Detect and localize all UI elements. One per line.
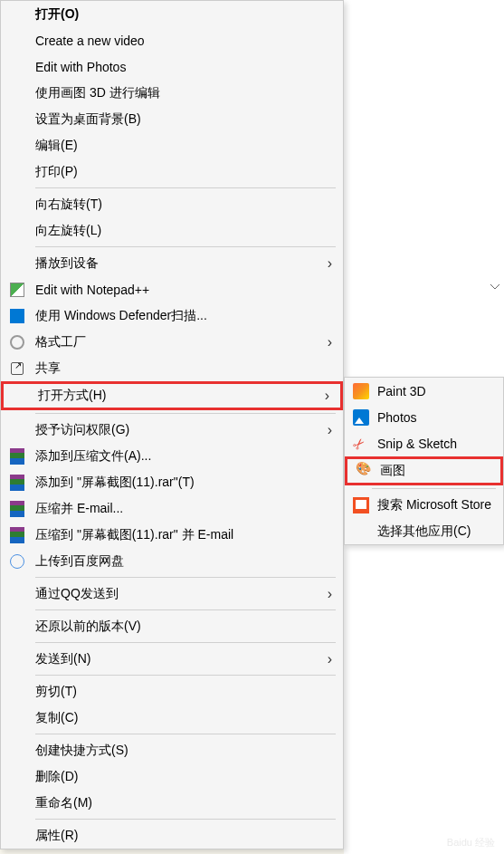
rar-icon (8, 526, 26, 544)
notepad-icon (8, 281, 26, 299)
gear-icon (8, 333, 26, 351)
menu-label: Edit with Notepad++ (35, 283, 332, 297)
rar-icon (8, 500, 26, 518)
menu-delete[interactable]: 删除(D) (1, 763, 343, 790)
menu-rotate-left[interactable]: 向左旋转(L) (1, 217, 343, 244)
menu-label: 发送到(N) (35, 651, 323, 667)
menu-label: 重命名(M) (35, 795, 332, 811)
menu-label: Edit with Photos (35, 60, 332, 74)
blank-icon (8, 84, 26, 102)
submenu-photos[interactable]: Photos (345, 404, 503, 430)
submenu-paint3d[interactable]: Paint 3D (345, 378, 503, 404)
blank-icon (8, 585, 26, 603)
menu-rotate-right[interactable]: 向右旋转(T) (1, 191, 343, 217)
blank-icon (8, 58, 26, 76)
menu-label: Photos (377, 410, 496, 425)
menu-label: 选择其他应用(C) (377, 523, 496, 540)
blank-icon (8, 137, 26, 155)
menu-label: 画图 (380, 463, 493, 479)
menu-open-with[interactable]: 打开方式(H) › (1, 381, 343, 410)
menu-print[interactable]: 打印(P) (1, 158, 343, 185)
menu-restore-prev[interactable]: 还原以前的版本(V) (1, 613, 343, 639)
menu-label: 属性(R) (35, 828, 332, 844)
menu-cast-device[interactable]: 播放到设备 › (1, 250, 343, 276)
menu-label: 通过QQ发送到 (35, 586, 323, 602)
menu-separator (35, 734, 336, 734)
menu-separator (35, 675, 336, 676)
menu-set-desktop[interactable]: 设置为桌面背景(B) (1, 106, 343, 132)
menu-label: 编辑(E) (35, 138, 332, 154)
menu-separator (35, 187, 336, 188)
blank-icon (8, 683, 26, 701)
menu-label: 共享 (35, 360, 332, 377)
submenu-choose-other[interactable]: 选择其他应用(C) (345, 518, 503, 544)
menu-edit-photos[interactable]: Edit with Photos (1, 53, 343, 80)
menu-add-to-archive[interactable]: 添加到压缩文件(A)... (1, 443, 343, 469)
blank-icon (8, 768, 26, 786)
menu-send-qq[interactable]: 通过QQ发送到 › (1, 581, 343, 607)
rar-icon (8, 474, 26, 492)
submenu-snip-sketch[interactable]: Snip & Sketch (345, 430, 503, 456)
menu-properties[interactable]: 属性(R) (1, 822, 343, 849)
photos-icon (352, 408, 370, 427)
menu-create-video[interactable]: Create a new video (1, 27, 343, 53)
menu-upload-baidu[interactable]: 上传到百度网盘 (1, 548, 343, 574)
menu-label: 格式工厂 (35, 334, 323, 350)
blank-icon (8, 650, 26, 668)
chevron-right-icon: › (323, 334, 332, 350)
menu-send-to[interactable]: 发送到(N) › (1, 646, 343, 672)
menu-label: 上传到百度网盘 (35, 553, 332, 570)
defender-icon (8, 307, 26, 325)
menu-label: 打开方式(H) (38, 388, 320, 404)
menu-separator (372, 488, 496, 489)
submenu-paint[interactable]: 画图 (345, 456, 503, 485)
menu-compress-email[interactable]: 压缩并 E-mail... (1, 495, 343, 522)
menu-label: 使用画图 3D 进行编辑 (35, 85, 332, 101)
chevron-right-icon: › (323, 422, 332, 438)
menu-separator (35, 577, 336, 578)
blank-icon (11, 387, 29, 405)
store-icon (352, 496, 370, 514)
menu-label: 向右旋转(T) (35, 197, 332, 213)
menu-label: 设置为桌面背景(B) (35, 111, 332, 128)
open-with-submenu: Paint 3D Photos Snip & Sketch 画图 搜索 Micr… (344, 377, 504, 545)
dropdown-chevron[interactable] (486, 281, 504, 293)
blank-icon (8, 196, 26, 214)
menu-format-factory[interactable]: 格式工厂 › (1, 329, 343, 355)
menu-defender-scan[interactable]: 使用 Windows Defender扫描... (1, 302, 343, 329)
menu-label: 压缩到 "屏幕截图(11).rar" 并 E-mail (35, 527, 332, 543)
menu-label: Snip & Sketch (377, 437, 496, 451)
menu-compress-rar-email[interactable]: 压缩到 "屏幕截图(11).rar" 并 E-mail (1, 522, 343, 548)
rar-icon (8, 447, 26, 465)
baidu-icon (8, 552, 26, 571)
blank-icon (8, 421, 26, 439)
menu-paint3d-edit[interactable]: 使用画图 3D 进行编辑 (1, 80, 343, 106)
menu-rename[interactable]: 重命名(M) (1, 790, 343, 816)
blank-icon (8, 222, 26, 240)
menu-share[interactable]: 共享 (1, 355, 343, 381)
blank-icon (8, 163, 26, 181)
snip-icon (352, 435, 370, 453)
menu-create-shortcut[interactable]: 创建快捷方式(S) (1, 737, 343, 763)
menu-label: 使用 Windows Defender扫描... (35, 308, 332, 324)
submenu-search-store[interactable]: 搜索 Microsoft Store (345, 492, 503, 518)
menu-add-to-rar[interactable]: 添加到 "屏幕截图(11).rar"(T) (1, 469, 343, 495)
menu-cut[interactable]: 剪切(T) (1, 678, 343, 705)
menu-label: 剪切(T) (35, 684, 332, 700)
menu-copy[interactable]: 复制(C) (1, 705, 343, 731)
menu-open[interactable]: 打开(O) (1, 1, 343, 27)
menu-label: 授予访问权限(G) (35, 422, 323, 438)
menu-separator (35, 413, 336, 414)
menu-notepad[interactable]: Edit with Notepad++ (1, 276, 343, 302)
menu-label: 创建快捷方式(S) (35, 743, 332, 759)
menu-separator (35, 609, 336, 610)
share-icon (8, 360, 26, 378)
blank-icon (8, 110, 26, 129)
blank-icon (8, 32, 26, 50)
chevron-right-icon: › (323, 255, 332, 272)
paint3d-icon (352, 382, 370, 400)
menu-label: 向左旋转(L) (35, 223, 332, 239)
menu-edit[interactable]: 编辑(E) (1, 132, 343, 158)
menu-label: 搜索 Microsoft Store (377, 497, 496, 513)
menu-grant-access[interactable]: 授予访问权限(G) › (1, 417, 343, 443)
